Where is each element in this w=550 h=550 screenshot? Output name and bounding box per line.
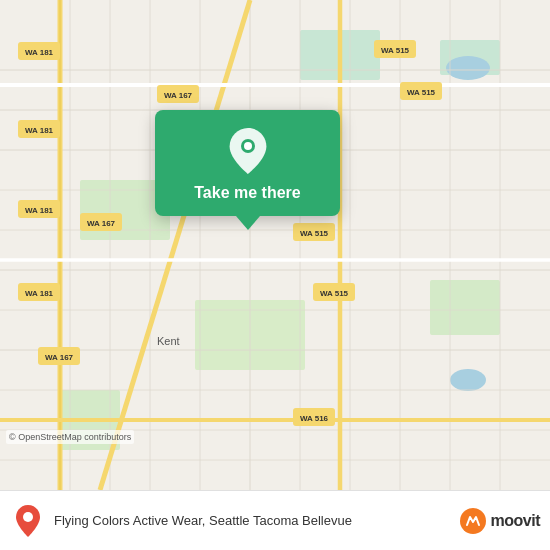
moovit-brand-icon (459, 507, 487, 535)
svg-text:WA 515: WA 515 (407, 88, 436, 97)
location-marker-icon (10, 503, 46, 539)
svg-text:WA 167: WA 167 (45, 353, 74, 362)
location-description: Flying Colors Active Wear, Seattle Tacom… (54, 513, 459, 528)
svg-text:WA 516: WA 516 (300, 414, 329, 423)
svg-point-63 (244, 142, 252, 150)
svg-rect-3 (430, 280, 500, 335)
svg-text:WA 515: WA 515 (381, 46, 410, 55)
take-me-there-label: Take me there (194, 184, 300, 202)
svg-text:WA 181: WA 181 (25, 48, 54, 57)
svg-text:WA 515: WA 515 (320, 289, 349, 298)
location-pin-icon (225, 128, 271, 174)
svg-text:Kent: Kent (157, 335, 180, 347)
svg-point-8 (450, 369, 486, 391)
moovit-brand-text: moovit (491, 512, 540, 530)
osm-credit: © OpenStreetMap contributors (6, 430, 134, 444)
moovit-logo: moovit (459, 507, 540, 535)
svg-text:WA 181: WA 181 (25, 206, 54, 215)
take-me-there-popup[interactable]: Take me there (155, 110, 340, 216)
svg-point-64 (23, 512, 33, 522)
svg-text:WA 167: WA 167 (164, 91, 193, 100)
map-view: WA 181 WA 181 WA 181 WA 181 WA 167 WA 16… (0, 0, 550, 490)
svg-text:WA 181: WA 181 (25, 289, 54, 298)
svg-text:WA 181: WA 181 (25, 126, 54, 135)
svg-text:WA 515: WA 515 (300, 229, 329, 238)
svg-point-7 (446, 56, 490, 80)
svg-text:WA 167: WA 167 (87, 219, 116, 228)
bottom-bar: Flying Colors Active Wear, Seattle Tacom… (0, 490, 550, 550)
map-svg: WA 181 WA 181 WA 181 WA 181 WA 167 WA 16… (0, 0, 550, 490)
